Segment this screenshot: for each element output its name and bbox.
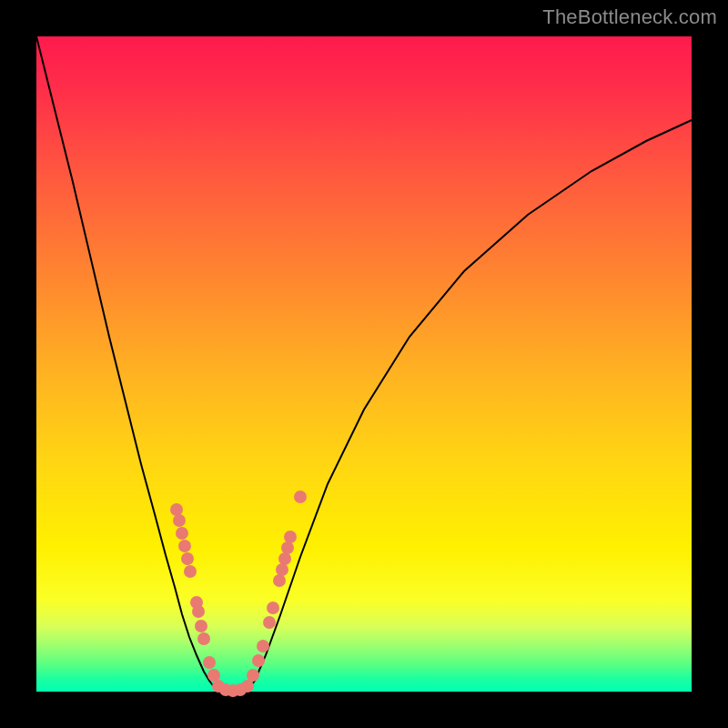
data-point — [181, 552, 194, 565]
data-point — [257, 640, 269, 652]
data-point — [170, 503, 183, 516]
data-point — [273, 574, 286, 587]
data-point — [178, 540, 191, 552]
data-point — [294, 490, 307, 503]
data-points — [170, 490, 307, 697]
data-point — [192, 605, 205, 618]
data-point — [173, 514, 186, 527]
data-point — [267, 602, 279, 614]
data-point — [284, 531, 297, 543]
data-point — [263, 616, 276, 629]
data-point — [276, 563, 288, 576]
data-point — [197, 632, 210, 645]
data-point — [252, 654, 265, 667]
data-point — [281, 541, 294, 554]
data-point — [176, 527, 188, 540]
data-point — [278, 552, 291, 565]
data-point — [184, 565, 197, 578]
outer-frame: TheBottleneck.com — [0, 0, 728, 728]
watermark-text: TheBottleneck.com — [542, 5, 717, 29]
data-point — [247, 669, 259, 682]
data-point — [207, 669, 220, 682]
data-point — [241, 680, 254, 693]
plot-area — [36, 36, 692, 692]
chart-svg — [36, 36, 692, 692]
data-point — [203, 656, 216, 669]
data-point — [195, 620, 207, 632]
curve-path — [36, 36, 692, 692]
